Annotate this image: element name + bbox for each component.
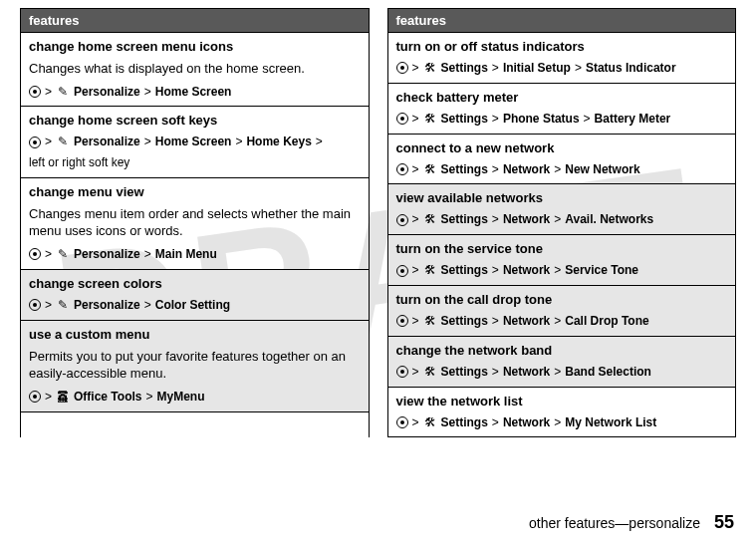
path-item: Settings <box>441 364 488 381</box>
path-separator: > <box>412 211 419 228</box>
menu-path: >🛠Settings>Phone Status>Battery Meter <box>396 111 728 128</box>
path-item: Home Keys <box>246 134 311 150</box>
feature-title: change the network band <box>396 343 728 358</box>
menu-icon: ✎ <box>56 297 70 314</box>
path-separator: > <box>45 246 52 263</box>
feature-title: turn on the service tone <box>396 241 728 256</box>
path-text: left or right soft key <box>29 154 129 171</box>
path-separator: > <box>554 161 561 178</box>
path-item: MyMenu <box>156 389 204 406</box>
path-item: Settings <box>441 60 488 77</box>
path-item: Main Menu <box>155 246 217 263</box>
left-column: features change home screen menu iconsCh… <box>20 8 370 437</box>
path-separator: > <box>144 297 151 314</box>
center-key-icon <box>396 416 408 428</box>
feature-title: change home screen soft keys <box>29 113 361 128</box>
menu-icon: 🛠 <box>423 211 437 228</box>
right-rows: turn on or off status indicators>🛠Settin… <box>388 33 736 437</box>
path-item: Settings <box>441 414 488 431</box>
center-key-icon <box>396 265 408 277</box>
center-key-icon <box>29 299 41 311</box>
feature-description: Changes menu item order and selects whet… <box>29 205 361 240</box>
feature-title: connect to a new network <box>396 140 728 155</box>
path-item: Personalize <box>74 297 140 314</box>
center-key-icon <box>29 391 41 403</box>
path-separator: > <box>492 313 499 330</box>
path-separator: > <box>554 414 561 431</box>
menu-icon: ✎ <box>56 84 70 101</box>
path-separator: > <box>575 60 582 77</box>
left-rows: change home screen menu iconsChanges wha… <box>21 33 369 412</box>
path-item: Network <box>503 313 550 330</box>
path-item: Network <box>503 364 550 381</box>
menu-path: >🛠Settings>Initial Setup>Status Indicato… <box>396 60 728 77</box>
feature-title: view the network list <box>396 394 728 409</box>
path-item: Personalize <box>74 134 140 150</box>
path-separator: > <box>554 211 561 228</box>
feature-title: check battery meter <box>396 90 728 105</box>
menu-path: >🛠Settings>Network>Service Tone <box>396 262 728 279</box>
path-item: Personalize <box>74 84 140 101</box>
path-separator: > <box>492 211 499 228</box>
path-item: Settings <box>441 313 488 330</box>
right-column: features turn on or off status indicator… <box>387 8 737 437</box>
column-header: features <box>388 9 736 33</box>
path-separator: > <box>235 134 242 150</box>
menu-icon: 🛠 <box>423 60 437 77</box>
content-columns: features change home screen menu iconsCh… <box>0 0 756 437</box>
path-item: Network <box>503 262 550 279</box>
feature-row: turn on the call drop tone>🛠Settings>Net… <box>388 286 736 337</box>
path-separator: > <box>554 262 561 279</box>
feature-row: check battery meter>🛠Settings>Phone Stat… <box>388 84 736 135</box>
path-separator: > <box>45 389 52 406</box>
center-key-icon <box>29 136 41 148</box>
feature-row: change screen colors>✎Personalize>Color … <box>21 270 369 321</box>
path-item: Initial Setup <box>503 60 571 77</box>
feature-row: change home screen soft keys>✎Personaliz… <box>21 107 369 178</box>
menu-icon: 🛠 <box>423 313 437 330</box>
feature-title: turn on the call drop tone <box>396 292 728 307</box>
center-key-icon <box>396 163 408 175</box>
menu-path: >✎Personalize>Main Menu <box>29 246 361 263</box>
menu-path: >✎Personalize>Home Screen>Home Keys>left… <box>29 134 361 171</box>
feature-description: Permits you to put your favorite feature… <box>29 348 361 383</box>
path-item: Avail. Networks <box>565 211 653 228</box>
path-item: Network <box>503 211 550 228</box>
feature-description: Changes what is displayed on the home sc… <box>29 60 361 78</box>
path-separator: > <box>492 414 499 431</box>
path-item: Settings <box>441 262 488 279</box>
path-item: Color Setting <box>155 297 230 314</box>
path-item: New Network <box>565 161 639 178</box>
menu-icon: ✎ <box>56 134 70 150</box>
path-item: Office Tools <box>74 389 141 406</box>
menu-path: >🛠Settings>Network>Call Drop Tone <box>396 313 728 330</box>
path-separator: > <box>492 364 499 381</box>
path-item: Settings <box>441 161 488 178</box>
center-key-icon <box>396 214 408 226</box>
path-separator: > <box>144 134 151 150</box>
feature-row: connect to a new network>🛠Settings>Netwo… <box>388 135 736 185</box>
feature-row: change menu viewChanges menu item order … <box>21 178 369 270</box>
path-item: Network <box>503 414 550 431</box>
feature-row: change the network band>🛠Settings>Networ… <box>388 337 736 388</box>
path-item: Phone Status <box>503 111 580 128</box>
menu-icon: 🛠 <box>423 262 437 279</box>
center-key-icon <box>396 113 408 125</box>
path-separator: > <box>412 262 419 279</box>
path-separator: > <box>492 111 499 128</box>
menu-path: >🛠Settings>Network>New Network <box>396 161 728 178</box>
footer-text: other features—personalize <box>529 515 700 531</box>
menu-path: >🖀Office Tools>MyMenu <box>29 389 361 406</box>
feature-title: view available networks <box>396 190 728 205</box>
column-header: features <box>21 9 369 33</box>
center-key-icon <box>396 62 408 74</box>
path-separator: > <box>144 84 151 101</box>
feature-title: use a custom menu <box>29 327 361 342</box>
feature-row: view available networks>🛠Settings>Networ… <box>388 184 736 235</box>
path-separator: > <box>45 134 52 150</box>
path-separator: > <box>144 246 151 263</box>
path-separator: > <box>492 161 499 178</box>
path-separator: > <box>412 161 419 178</box>
path-item: Home Screen <box>155 84 232 101</box>
menu-path: >🛠Settings>Network>My Network List <box>396 414 728 431</box>
